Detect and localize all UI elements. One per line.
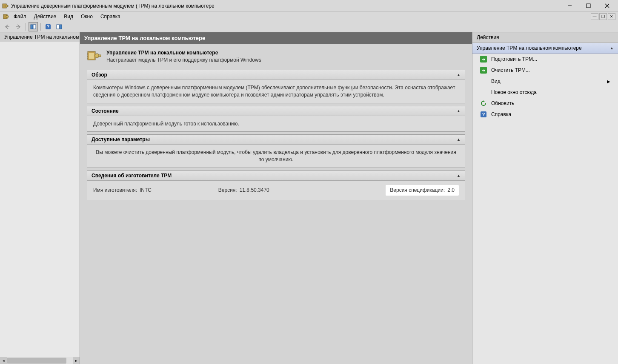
action-clear-label: Очистить TPM... (491, 67, 530, 73)
manufacturer-version-value: 11.8.50.3470 (240, 187, 269, 194)
blank-icon (480, 78, 487, 85)
horizontal-scrollbar[interactable]: ◂ ▸ (0, 357, 80, 364)
mdi-restore-button[interactable]: ❐ (599, 13, 607, 20)
action-new-window-label: Новое окно отсюда (491, 89, 537, 95)
action-refresh[interactable]: Обновить (472, 98, 618, 109)
svg-rect-15 (57, 25, 59, 29)
window-title: Управление доверенным платформенным моду… (11, 3, 560, 9)
tree-pane: Управление TPM на локальном компьютере ◂… (0, 32, 80, 364)
action-help-label: Справка (491, 111, 511, 117)
svg-rect-2 (7, 6, 8, 6)
spec-version-value: 2.0 (447, 187, 455, 194)
svg-marker-27 (484, 100, 485, 102)
titlebar: Управление доверенным платформенным моду… (0, 0, 618, 12)
svg-rect-20 (89, 53, 94, 59)
section-overview-header[interactable]: Обзор ▲ (87, 70, 465, 80)
manufacturer-name-value: INTC (140, 187, 152, 194)
show-hide-tree-button[interactable] (29, 22, 38, 31)
action-view[interactable]: Вид ▶ (472, 76, 618, 87)
toolbar: ? (0, 21, 618, 32)
green-arrow-icon: ➔ (480, 56, 487, 63)
action-prepare-tpm[interactable]: ➔ Подготовить TPM... (472, 54, 618, 65)
svg-point-8 (6, 15, 9, 18)
section-overview: Обзор ▲ Компьютеры Windows с доверенным … (87, 70, 465, 103)
minimize-button[interactable] (560, 1, 579, 11)
collapse-icon: ▲ (457, 73, 461, 77)
actions-subheader-label: Управление TPM на локальном компьютере (477, 45, 582, 51)
action-refresh-label: Обновить (491, 100, 514, 106)
section-status-title: Состояние (92, 108, 457, 114)
forward-button[interactable] (14, 22, 23, 31)
menu-action[interactable]: Действие (31, 13, 60, 20)
chip-key-icon (3, 13, 9, 20)
manufacturer-name-label: Имя изготовителя: (93, 187, 137, 194)
blank-icon (480, 89, 487, 96)
svg-rect-12 (33, 25, 36, 29)
chip-key-icon (2, 3, 9, 9)
main-layout: Управление TPM на локальном компьютере ◂… (0, 32, 618, 364)
action-prepare-label: Подготовить TPM... (491, 56, 537, 62)
action-view-label: Вид (491, 78, 501, 84)
mdi-controls: — ❐ ✕ (591, 13, 615, 20)
tpm-chip-icon (87, 50, 101, 62)
section-overview-body: Компьютеры Windows с доверенным платформ… (87, 80, 465, 103)
section-manufacturer: Сведения об изготовителе TPM ▲ Имя изгот… (87, 171, 465, 200)
window-controls (560, 1, 616, 11)
manufacturer-version-label: Версия: (218, 187, 237, 194)
refresh-icon (480, 100, 487, 107)
svg-rect-4 (587, 4, 590, 8)
actions-subheader[interactable]: Управление TPM на локальном компьютере ▲ (472, 43, 618, 54)
collapse-icon: ▲ (457, 137, 461, 142)
tree-item-tpm[interactable]: Управление TPM на локальном компьютере (0, 32, 80, 42)
section-params-header[interactable]: Доступные параметры ▲ (87, 135, 465, 145)
manufacturer-row: Имя изготовителя: INTC Версия: 11.8.50.3… (93, 185, 459, 196)
action-clear-tpm[interactable]: ➔ Очистить TPM... (472, 65, 618, 76)
menu-view[interactable]: Вид (60, 13, 77, 20)
manufacturer-version: Версия: 11.8.50.3470 (218, 187, 269, 194)
back-button[interactable] (3, 22, 12, 31)
section-overview-title: Обзор (92, 72, 457, 78)
collapse-icon: ▲ (610, 46, 614, 50)
maximize-button[interactable] (579, 1, 598, 11)
section-status: Состояние ▲ Доверенный платформенный мод… (87, 106, 465, 132)
mdi-close-button[interactable]: ✕ (608, 13, 615, 20)
actions-pane: Действия Управление TPM на локальном ком… (472, 32, 618, 364)
toolbar-separator (26, 23, 26, 31)
menu-file[interactable]: Файл (10, 13, 30, 20)
manufacturer-name: Имя изготовителя: INTC (93, 187, 152, 194)
section-status-header[interactable]: Состояние ▲ (87, 106, 465, 116)
menubar: Файл Действие Вид Окно Справка — ❐ ✕ (0, 12, 618, 21)
scroll-right-button[interactable]: ▸ (73, 357, 80, 364)
intro-block: Управление TPM на локальном компьютере Н… (80, 44, 472, 67)
scroll-thumb[interactable] (7, 358, 66, 364)
section-params-title: Доступные параметры (92, 136, 457, 142)
close-button[interactable] (598, 1, 616, 11)
help-button[interactable]: ? (43, 22, 53, 31)
spec-version: Версия спецификации: 2.0 (386, 185, 459, 196)
help-icon: ? (480, 111, 487, 118)
menu-help[interactable]: Справка (97, 13, 124, 20)
green-arrow-icon: ➔ (480, 67, 487, 74)
svg-text:?: ? (482, 112, 485, 117)
actions-header: Действия (472, 32, 618, 43)
svg-rect-16 (60, 25, 62, 29)
section-manufacturer-title: Сведения об изготовителе TPM (92, 173, 457, 179)
section-params-body: Вы можете очистить доверенный платформен… (87, 145, 465, 168)
spec-version-label: Версия спецификации: (390, 187, 445, 194)
scroll-track[interactable] (7, 357, 73, 364)
content-pane: Управление TPM на локальном компьютере У… (80, 32, 472, 364)
svg-rect-11 (31, 25, 33, 29)
show-hide-action-pane-button[interactable] (54, 22, 64, 31)
tree-item-label: Управление TPM на локальном компьютере (4, 34, 80, 40)
section-params: Доступные параметры ▲ Вы можете очистить… (87, 134, 465, 168)
section-status-body: Доверенный платформенный модуль готов к … (87, 116, 465, 132)
menu-window[interactable]: Окно (77, 13, 96, 20)
scroll-left-button[interactable]: ◂ (0, 357, 7, 364)
action-new-window[interactable]: Новое окно отсюда (472, 87, 618, 98)
svg-text:?: ? (47, 24, 49, 29)
section-manufacturer-header[interactable]: Сведения об изготовителе TPM ▲ (87, 171, 465, 181)
toolbar-separator (40, 23, 41, 31)
mdi-minimize-button[interactable]: — (591, 13, 598, 20)
collapse-icon: ▲ (457, 173, 461, 178)
action-help[interactable]: ? Справка (472, 109, 618, 120)
